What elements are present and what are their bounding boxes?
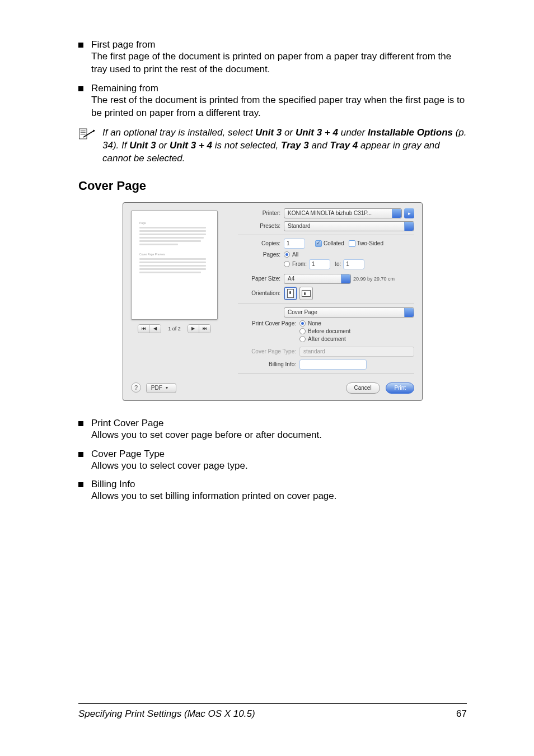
bullet-marker — [78, 482, 83, 487]
bullet-desc: Allows you to select cover page type. — [91, 460, 467, 473]
presets-select[interactable]: Standard — [284, 221, 414, 231]
bullet-cover-page-type: Cover Page Type Allows you to select cov… — [78, 449, 467, 473]
print-dialog: Page Cover Page Preview — [123, 202, 423, 401]
copies-value: 1 — [287, 240, 290, 246]
t: Tray 4 — [330, 140, 358, 151]
pcp-none-radio[interactable] — [299, 320, 306, 326]
v: PDF — [151, 385, 162, 391]
presets-value: Standard — [288, 223, 311, 229]
bullet-desc: The rest of the document is printed from… — [91, 94, 467, 120]
section-select[interactable]: Cover Page — [284, 307, 414, 318]
pages-all-label: All — [292, 251, 298, 258]
page-footer: Specifying Print Settings (Mac OS X 10.5… — [78, 703, 467, 722]
pages-to-input[interactable]: 1 — [343, 259, 364, 269]
t: under — [338, 127, 368, 138]
t: If an optional tray is installed, select — [102, 127, 255, 138]
bullet-title: Cover Page Type — [91, 449, 165, 460]
bullet-desc: Allows you to set cover page before or a… — [91, 429, 467, 442]
copies-input[interactable]: 1 — [284, 239, 305, 249]
bullet-print-cover-page: Print Cover Page Allows you to set cover… — [78, 418, 467, 442]
v: Print — [394, 385, 406, 391]
bullet-billing-info: Billing Info Allows you to set billing i… — [78, 479, 467, 503]
pages-all-radio[interactable] — [284, 251, 290, 258]
t: Unit 3 + 4 — [296, 127, 338, 138]
t: Unit 3 — [255, 127, 282, 138]
portrait-icon — [287, 289, 294, 298]
print-dialog-screenshot: Page Cover Page Preview — [78, 202, 467, 401]
v: 1 — [346, 261, 349, 267]
cancel-button[interactable]: Cancel — [346, 382, 380, 394]
help-button[interactable]: ? — [131, 382, 141, 393]
pcp-after-radio[interactable] — [299, 336, 306, 342]
preview-column: Page Cover Page Preview — [131, 208, 235, 377]
nav-prev-icon[interactable]: ◀ — [149, 325, 161, 333]
settings-column: Printer: KONICA MINOLTA bizhub C31P... ▸… — [235, 208, 414, 377]
cover-page-type-label: Cover Page Type: — [238, 348, 299, 354]
bullet-first-page-from: First page from The first page of the do… — [78, 39, 467, 76]
bullet-title: Remaining from — [91, 83, 158, 94]
orientation-landscape-button[interactable] — [299, 287, 313, 300]
t: or — [282, 127, 296, 138]
pages-from-radio[interactable] — [284, 261, 290, 267]
nav-last-icon[interactable]: ⏭ — [199, 325, 210, 333]
t: Unit 3 — [129, 140, 156, 151]
landscape-icon — [302, 290, 311, 297]
page: First page from The first page of the do… — [0, 0, 534, 756]
bullet-marker — [78, 43, 83, 48]
printer-value: KONICA MINOLTA bizhub C31P... — [288, 210, 372, 216]
v: 1 — [312, 261, 315, 267]
t: Tray 3 — [281, 140, 309, 151]
footer-text: Specifying Print Settings (Mac OS X 10.5… — [78, 708, 255, 720]
bullet-marker — [78, 452, 83, 457]
pdf-menu-button[interactable]: PDF — [146, 383, 176, 393]
dialog-footer: ? PDF Cancel Print — [131, 382, 414, 394]
pages-label: Pages: — [238, 251, 284, 258]
collated-checkbox[interactable] — [315, 240, 322, 247]
bullet-marker — [78, 86, 83, 91]
pages-from-label: From: — [292, 261, 307, 267]
pages-from-input[interactable]: 1 — [309, 259, 330, 269]
collated-label: Collated — [324, 240, 344, 246]
pages-to-label: to: — [335, 261, 341, 267]
papersize-select[interactable]: A4 — [284, 274, 351, 284]
bullet-title: First page from — [91, 39, 155, 50]
t: Unit 3 + 4 — [170, 140, 212, 151]
preview-page-indicator: 1 of 2 — [168, 326, 181, 332]
copies-label: Copies: — [238, 240, 284, 246]
papersize-value: A4 — [288, 276, 294, 282]
orientation-label: Orientation: — [238, 290, 284, 296]
preview-page: Page Cover Page Preview — [131, 211, 218, 320]
svg-rect-0 — [79, 129, 87, 139]
papersize-label: Paper Size: — [238, 276, 284, 282]
t: is not selected, — [212, 140, 281, 151]
note-icon — [78, 128, 95, 140]
printer-expand-icon[interactable]: ▸ — [404, 208, 414, 218]
v: Cancel — [354, 385, 372, 391]
billing-info-label: Billing Info: — [238, 361, 299, 367]
pcp-before-label: Before document — [308, 328, 350, 334]
t: Installable Options — [368, 127, 453, 138]
print-button[interactable]: Print — [386, 382, 414, 394]
presets-label: Presets: — [238, 223, 284, 229]
pcp-before-radio[interactable] — [299, 328, 306, 334]
pcp-none-label: None — [308, 320, 321, 326]
bullet-title: Print Cover Page — [91, 418, 163, 429]
section-heading-cover-page: Cover Page — [78, 179, 467, 193]
note-text: If an optional tray is installed, select… — [100, 127, 467, 165]
twosided-checkbox[interactable] — [349, 240, 355, 247]
billing-info-input[interactable] — [299, 360, 367, 370]
printer-select[interactable]: KONICA MINOLTA bizhub C31P... — [284, 208, 402, 218]
print-cover-page-label: Print Cover Page: — [238, 320, 299, 326]
page-number: 67 — [456, 708, 467, 720]
nav-first-icon[interactable]: ⏮ — [138, 325, 149, 333]
bullet-remaining-from: Remaining from The rest of the document … — [78, 83, 467, 120]
nav-next-icon[interactable]: ▶ — [188, 325, 199, 333]
bullet-title: Billing Info — [91, 479, 135, 490]
orientation-portrait-button[interactable] — [284, 287, 297, 300]
printer-label: Printer: — [238, 210, 284, 216]
pcp-after-label: After document — [308, 336, 346, 342]
bullet-marker — [78, 421, 83, 426]
twosided-label: Two-Sided — [357, 240, 383, 246]
preview-nav: ⏮ ◀ 1 of 2 ▶ ⏭ — [131, 324, 218, 333]
t: and — [309, 140, 330, 151]
